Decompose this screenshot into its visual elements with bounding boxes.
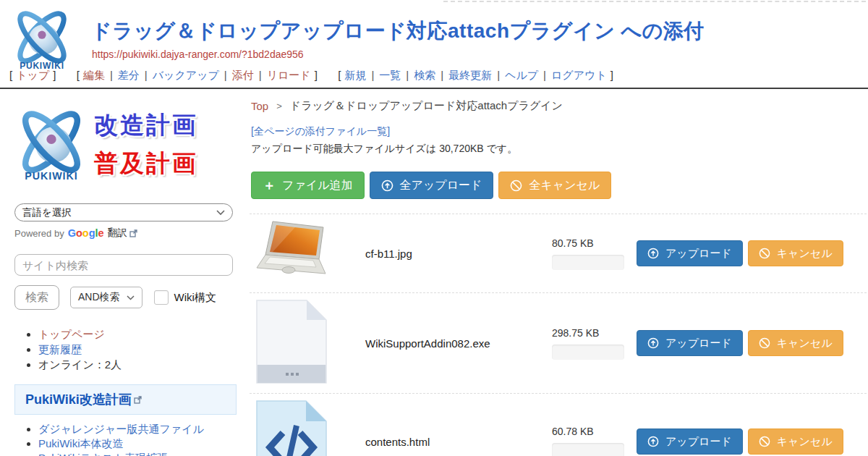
atom-icon: PUKIWIKI: [10, 104, 93, 186]
html-file-icon: [255, 400, 328, 456]
menu-link-text-ext[interactable]: PukiWikiテキスト表現拡張: [38, 452, 168, 456]
file-size: 298.75 KB: [552, 327, 637, 339]
cancel-button[interactable]: キャンセル: [748, 240, 843, 266]
list-item: オンライン：2人: [38, 358, 237, 372]
cancel-button[interactable]: キャンセル: [748, 330, 843, 356]
upload-all-button[interactable]: 全アップロード: [370, 172, 494, 199]
all-pages-attach-list-link[interactable]: [全ページの添付ファイル一覧]: [251, 125, 390, 138]
chevron-down-icon: [216, 210, 225, 216]
nav-item-edit[interactable]: 編集: [83, 69, 105, 81]
external-link-icon: [134, 396, 142, 404]
nav-separator: |: [259, 69, 262, 81]
cancel-label: キャンセル: [777, 247, 833, 261]
wiki-syntax-checkbox[interactable]: [154, 290, 169, 305]
plus-icon: ＋: [263, 179, 276, 192]
nav-item-top[interactable]: トップ: [16, 69, 49, 81]
upload-progress-bar: [552, 255, 624, 270]
nav-separator: |: [224, 69, 227, 81]
nav-separator: |: [441, 69, 443, 81]
translate-link[interactable]: 翻訳: [108, 227, 127, 240]
file-thumbnail: [250, 299, 365, 387]
list-item: トップページ: [38, 327, 237, 342]
wiki-syntax-label: Wiki構文: [174, 291, 216, 305]
upload-label: アップロード: [665, 247, 732, 261]
atom-icon: PUKIWIKI: [7, 4, 77, 73]
add-files-button[interactable]: ＋ ファイル追加: [251, 172, 365, 199]
sidebar-section-heading[interactable]: PukiWiki改造計画: [14, 384, 237, 415]
nav-item-recent[interactable]: 最終更新: [448, 69, 492, 81]
ban-icon: [759, 337, 770, 349]
breadcrumb-home-link[interactable]: Top: [251, 100, 268, 112]
ban-icon: [759, 248, 770, 259]
link-update-history[interactable]: 更新履歴: [38, 343, 82, 355]
menu-link-core-mods[interactable]: PukiWiki本体改造: [38, 437, 124, 449]
upload-circle-icon: [381, 180, 393, 192]
row-actions: アップロード キャンセル: [637, 330, 843, 356]
top-navbar: [トップ] [編集|差分|バックアップ|添付|リロード] [新規|一覧|検索|最…: [6, 69, 617, 83]
upload-button[interactable]: アップロード: [637, 428, 743, 455]
external-link-icon: [129, 229, 137, 237]
search-button[interactable]: 検索: [14, 285, 59, 310]
bracket: [: [77, 69, 80, 81]
upload-circle-icon: [647, 436, 659, 447]
upload-toolbar: ＋ ファイル追加 全アップロード 全キャンセル: [251, 172, 867, 199]
language-select[interactable]: 言語を選択: [14, 203, 233, 221]
nav-item-list[interactable]: 一覧: [379, 69, 401, 81]
nav-item-reload[interactable]: リロード: [267, 69, 311, 81]
page-title[interactable]: ドラッグ＆ドロップアップロード対応attachプラグイン への添付: [91, 17, 705, 45]
nav-item-diff[interactable]: 差分: [118, 69, 140, 81]
cancel-button[interactable]: キャンセル: [748, 428, 843, 455]
bracket: [: [338, 69, 341, 81]
max-upload-size-note: アップロード可能最大ファイルサイズは 30,720KB です。: [251, 143, 867, 156]
upload-circle-icon: [647, 248, 659, 259]
nav-item-new[interactable]: 新規: [344, 69, 366, 81]
list-item: 更新履歴: [38, 342, 237, 357]
file-name: contents.html: [365, 436, 552, 448]
pukiwiki-logo[interactable]: PUKIWIKI: [7, 4, 77, 73]
ban-icon: [510, 180, 522, 192]
breadcrumb-separator: >: [276, 101, 282, 111]
search-mode-select[interactable]: AND検索: [70, 287, 142, 308]
site-search-input[interactable]: [14, 254, 233, 276]
nav-separator: |: [406, 69, 409, 81]
upload-button[interactable]: アップロード: [637, 330, 743, 356]
generic-file-icon: [255, 299, 328, 384]
nav-item-attach[interactable]: 添付: [232, 69, 254, 81]
cancel-label: キャンセル: [777, 337, 833, 350]
nav-separator: |: [110, 69, 113, 81]
file-size-cell: 80.75 KB: [552, 237, 637, 270]
nav-item-backup[interactable]: バックアップ: [153, 69, 219, 81]
upload-label: アップロード: [665, 435, 732, 449]
upload-queue-row: contents.html 60.78 KB アップロード: [250, 393, 867, 456]
page-url-link[interactable]: https://pukiwiki.dajya-ranger.com/?1bd2d…: [92, 48, 304, 60]
list-item: ダジャレンジャー版共通ファイル: [38, 422, 237, 436]
cancel-all-button[interactable]: 全キャンセル: [498, 172, 611, 199]
upload-queue: cf-b11.jpg 80.75 KB アップロード: [250, 214, 867, 456]
add-files-label: ファイル追加: [282, 178, 353, 193]
upload-progress-bar: [552, 443, 624, 456]
nav-separator: |: [145, 69, 148, 81]
file-name: WikiSupportAddin082.exe: [365, 337, 552, 350]
breadcrumb-current: ドラッグ＆ドロップアップロード対応attachプラグイン: [290, 99, 563, 113]
file-thumbnail: [250, 220, 365, 287]
sidebar-banner[interactable]: PUKIWIKI 改造計画 普及計画: [10, 104, 237, 186]
upload-button[interactable]: アップロード: [637, 240, 743, 266]
nav-item-help[interactable]: ヘルプ: [505, 69, 538, 81]
header: PUKIWIKI ドラッグ＆ドロップアップロード対応attachプラグイン への…: [0, 0, 868, 89]
chevron-down-icon: [127, 295, 135, 300]
upload-queue-row: cf-b11.jpg 80.75 KB アップロード: [250, 214, 867, 292]
google-wordmark: Google: [68, 227, 104, 239]
nav-item-logout[interactable]: ログアウト: [551, 69, 607, 81]
menu-link-common-files[interactable]: ダジャレンジャー版共通ファイル: [38, 423, 204, 435]
nav-item-search[interactable]: 検索: [414, 69, 435, 81]
section-heading-label: PukiWiki改造計画: [25, 391, 132, 408]
upload-label: アップロード: [665, 337, 732, 350]
row-actions: アップロード キャンセル: [637, 240, 843, 266]
language-select-value: 言語を選択: [22, 206, 72, 219]
sidebar: PUKIWIKI 改造計画 普及計画 言語を選択 Powered by Goog…: [0, 89, 250, 456]
upload-circle-icon: [647, 337, 659, 349]
list-item: PukiWikiテキスト表現拡張: [38, 451, 237, 456]
online-counter: オンライン：2人: [38, 358, 122, 371]
upload-all-label: 全アップロード: [400, 178, 482, 193]
link-top-page[interactable]: トップページ: [38, 328, 105, 340]
